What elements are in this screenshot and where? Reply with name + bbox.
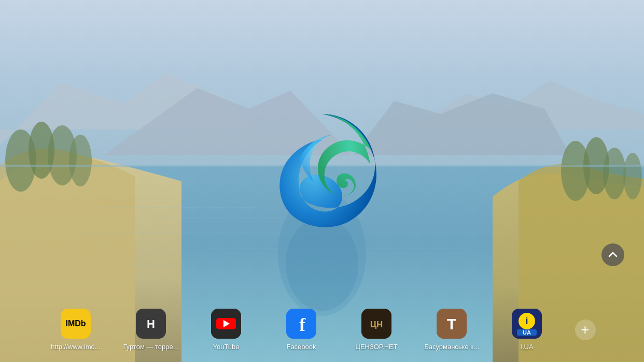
svg-point-13: [623, 153, 642, 199]
imdb-icon: IMDb: [61, 309, 91, 339]
shortcut-imdb-label: http://www.imd...: [51, 343, 100, 351]
add-shortcut-button[interactable]: +: [565, 311, 606, 349]
facebook-icon: f: [286, 309, 316, 339]
svg-text:H: H: [147, 317, 155, 330]
shortcut-iua[interactable]: i UA I.UA: [489, 305, 565, 355]
edge-logo: [262, 106, 382, 236]
shortcut-gurtom-label: Гуртом — торре...: [123, 343, 178, 351]
shortcuts-bar: IMDb http://www.imd... H Гуртом — торре.…: [0, 302, 644, 362]
svg-text:T: T: [447, 315, 456, 332]
shortcut-tsenzor-label: ЦЕНЗОР.НЕТ: [355, 343, 397, 351]
shortcut-tsenzor[interactable]: ЦН ЦЕНЗОР.НЕТ: [339, 305, 414, 355]
scroll-up-button[interactable]: [601, 243, 624, 266]
shortcut-facebook-label: Facebook: [286, 343, 316, 351]
shortcut-gurtom[interactable]: H Гуртом — торре...: [114, 305, 189, 355]
tsenzor-icon: ЦН: [361, 309, 391, 339]
svg-point-12: [603, 148, 626, 199]
iua-icon: i UA: [512, 309, 542, 339]
shortcut-basurman-label: Басурманське к...: [424, 343, 479, 351]
shortcut-imdb[interactable]: IMDb http://www.imd...: [38, 305, 114, 355]
youtube-icon: [211, 309, 241, 339]
shortcut-youtube-label: YouTube: [213, 343, 239, 351]
svg-text:ЦН: ЦН: [370, 320, 383, 329]
shortcut-iua-label: I.UA: [520, 343, 533, 351]
svg-point-9: [69, 135, 92, 186]
svg-text:UA: UA: [523, 329, 531, 336]
add-icon: +: [575, 320, 596, 340]
svg-text:i: i: [525, 316, 528, 326]
basurman-icon: T: [437, 309, 467, 339]
shortcut-basurman[interactable]: T Басурманське к...: [414, 305, 489, 355]
shortcut-facebook[interactable]: f Facebook: [264, 305, 339, 355]
shortcut-youtube[interactable]: YouTube: [189, 305, 264, 355]
gurtom-icon: H: [136, 309, 166, 339]
svg-text:f: f: [299, 314, 306, 335]
